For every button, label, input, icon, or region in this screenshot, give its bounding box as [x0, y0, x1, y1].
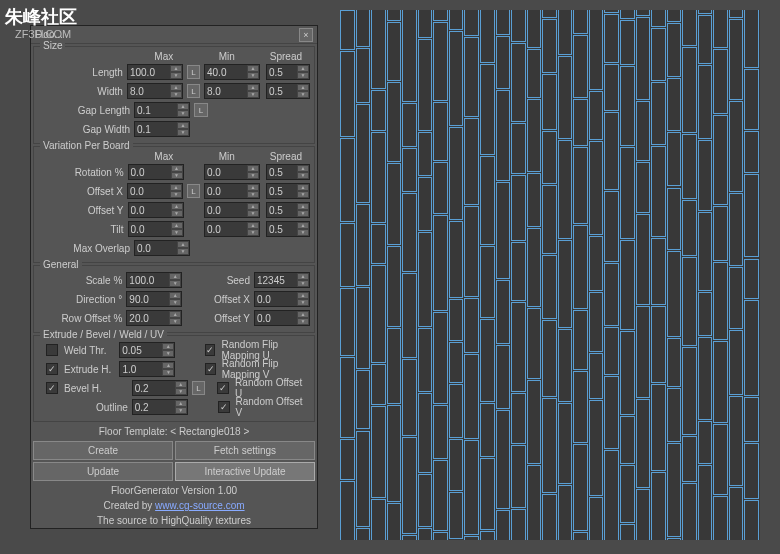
offsetx-spread[interactable]: ▲▼ [266, 183, 310, 199]
interactive-update-button[interactable]: Interactive Update [175, 462, 315, 481]
gap-length-input[interactable]: ▲▼ [134, 102, 190, 118]
created-text: Created by www.cg-source.com [31, 498, 317, 513]
update-button[interactable]: Update [33, 462, 173, 481]
offset-lock[interactable]: L [187, 184, 200, 198]
length-label: Length [38, 67, 127, 78]
width-lock[interactable]: L [187, 84, 200, 98]
width-max-input[interactable]: ▲▼ [127, 83, 183, 99]
width-min-input[interactable]: ▲▼ [204, 83, 260, 99]
length-max-input[interactable]: ▲▼ [127, 64, 183, 80]
general-title: General [40, 259, 82, 270]
extrude-section: Extrude / Bevel / Weld / UV Weld Thr. ▲▼… [33, 335, 315, 422]
row-offset-input[interactable]: ▲▼ [126, 310, 182, 326]
gen-offsetx-input[interactable]: ▲▼ [254, 291, 310, 307]
template-text: Floor Template: < Rectangle018 > [31, 424, 317, 439]
gen-offsety-input[interactable]: ▲▼ [254, 310, 310, 326]
offsety-max[interactable]: ▲▼ [128, 202, 184, 218]
viewport[interactable] [340, 10, 760, 540]
variation-section: Variation Per Board MaxMinSpread Rotatio… [33, 146, 315, 263]
length-spread-input[interactable]: ▲▼ [266, 64, 310, 80]
offsetx-max[interactable]: ▲▼ [127, 183, 183, 199]
flip-v-checkbox[interactable] [205, 363, 215, 375]
watermark-sub: ZF3D.COM [15, 28, 71, 40]
direction-input[interactable]: ▲▼ [126, 291, 182, 307]
create-button[interactable]: Create [33, 441, 173, 460]
max-overlap-input[interactable]: ▲▼ [134, 240, 190, 256]
weld-checkbox[interactable] [46, 344, 58, 356]
bevel-h-input[interactable]: ▲▼ [132, 380, 188, 396]
rotation-min[interactable]: ▲▼ [204, 164, 260, 180]
fetch-button[interactable]: Fetch settings [175, 441, 315, 460]
variation-title: Variation Per Board [40, 140, 133, 151]
offsety-min[interactable]: ▲▼ [204, 202, 260, 218]
extrude-checkbox[interactable] [46, 363, 58, 375]
length-min-input[interactable]: ▲▼ [204, 64, 260, 80]
window-title: Floo... [35, 29, 299, 40]
off-v-checkbox[interactable] [218, 401, 230, 413]
outline-input[interactable]: ▲▼ [132, 399, 188, 415]
tilt-spread[interactable]: ▲▼ [266, 221, 310, 237]
version-text: FloorGenerator Version 1.00 [31, 483, 317, 498]
length-lock[interactable]: L [187, 65, 200, 79]
source-link[interactable]: www.cg-source.com [155, 500, 244, 511]
watermark-main: 朱峰社区 [5, 5, 77, 29]
seed-input[interactable]: ▲▼ [254, 272, 310, 288]
off-u-checkbox[interactable] [217, 382, 229, 394]
scale-input[interactable]: ▲▼ [126, 272, 182, 288]
tilt-max[interactable]: ▲▼ [128, 221, 184, 237]
offsetx-min[interactable]: ▲▼ [204, 183, 260, 199]
offsety-spread[interactable]: ▲▼ [266, 202, 310, 218]
floor-generator-panel: Floo... × Size MaxMinSpread Length ▲▼ L … [30, 25, 318, 529]
bevel-checkbox[interactable] [46, 382, 58, 394]
general-section: General Scale % ▲▼ Seed ▲▼ Direction ° ▲… [33, 265, 315, 333]
size-title: Size [40, 40, 65, 51]
extrude-h-input[interactable]: ▲▼ [119, 361, 175, 377]
gap-lock[interactable]: L [194, 103, 208, 117]
size-section: Size MaxMinSpread Length ▲▼ L ▲▼ ▲▼ Widt… [33, 46, 315, 144]
tilt-min[interactable]: ▲▼ [204, 221, 260, 237]
width-label: Width [38, 86, 127, 97]
source-text: The source to HighQuality textures [31, 513, 317, 528]
weld-thr-input[interactable]: ▲▼ [119, 342, 175, 358]
gap-width-input[interactable]: ▲▼ [134, 121, 190, 137]
bevel-lock[interactable]: L [192, 381, 206, 395]
rotation-spread[interactable]: ▲▼ [266, 164, 310, 180]
flip-u-checkbox[interactable] [205, 344, 215, 356]
rotation-max[interactable]: ▲▼ [128, 164, 184, 180]
width-spread-input[interactable]: ▲▼ [266, 83, 310, 99]
extrude-title: Extrude / Bevel / Weld / UV [40, 329, 167, 340]
gap-length-label: Gap Length [38, 105, 134, 116]
close-button[interactable]: × [299, 28, 313, 42]
gap-width-label: Gap Width [38, 124, 134, 135]
